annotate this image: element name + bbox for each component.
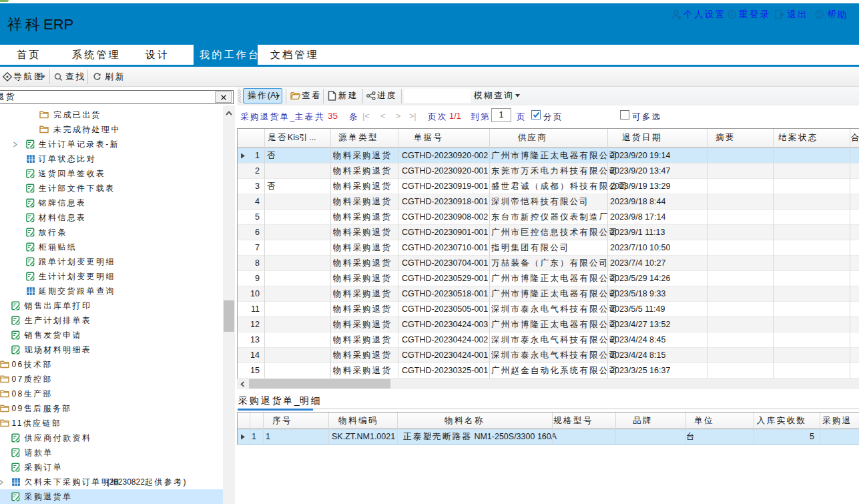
svg-text:?: ?	[818, 11, 821, 18]
